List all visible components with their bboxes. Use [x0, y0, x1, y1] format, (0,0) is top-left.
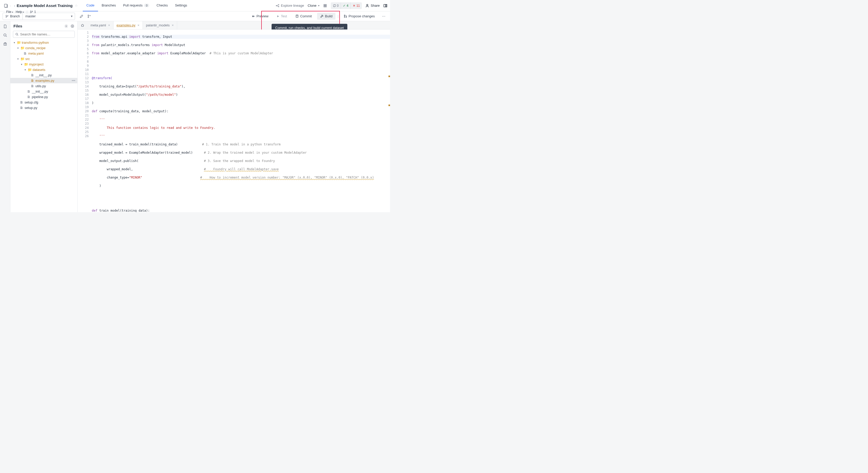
svg-point-13: [88, 17, 89, 18]
svg-point-1: [31, 10, 31, 11]
add-icon[interactable]: [71, 24, 74, 28]
svg-point-10: [6, 17, 7, 17]
edit-icon[interactable]: [80, 14, 83, 18]
file-tree: ▾📁transforms-python ▾📁conda_recipe 🗎meta…: [10, 40, 78, 212]
file-menu[interactable]: File: [6, 10, 13, 14]
files-panel: Files ▾📁transforms-python ▾📁conda_recipe…: [10, 21, 78, 212]
tree-file[interactable]: 🗎setup.cfg: [10, 99, 78, 105]
panel-toggle-icon[interactable]: [383, 4, 388, 8]
svg-point-16: [344, 17, 345, 17]
svg-point-17: [346, 17, 347, 17]
svg-point-12: [88, 15, 89, 16]
chevron-down-icon: ▾: [318, 4, 319, 7]
commit-icon: [296, 14, 299, 18]
tree-folder[interactable]: ▾📁myproject: [10, 62, 78, 67]
branch-value: master: [23, 14, 71, 18]
svg-point-9: [6, 15, 7, 16]
status-box[interactable]: 0 ✓4 ✕ 11: [331, 2, 362, 9]
home-tab[interactable]: [78, 24, 87, 27]
tab-settings[interactable]: Settings: [172, 0, 191, 11]
share-button[interactable]: Share: [366, 4, 380, 7]
tree-file[interactable]: 🗎pipeline.py: [10, 94, 78, 99]
tree-file[interactable]: 🗎meta.yaml: [10, 51, 78, 56]
svg-point-5: [278, 4, 279, 5]
svg-point-4: [276, 5, 277, 6]
build-button[interactable]: Build: [317, 13, 336, 20]
more-icon[interactable]: ⋯: [380, 14, 388, 18]
tree-file-active[interactable]: 🗎examples.py•••: [10, 78, 78, 83]
search-icon[interactable]: [3, 33, 7, 37]
file-icon[interactable]: [3, 24, 7, 28]
tree-file[interactable]: 🗎utils.py: [10, 83, 78, 89]
svg-point-11: [7, 15, 8, 16]
chevron-down-icon: ▾: [71, 14, 75, 18]
close-icon[interactable]: ×: [172, 23, 174, 27]
tree-folder[interactable]: ▾📁transforms-python: [10, 40, 78, 45]
clone-button[interactable]: Clone ▾: [308, 4, 319, 7]
files-title: Files: [13, 24, 22, 28]
star-icon[interactable]: ☆: [75, 4, 78, 7]
tab-checks[interactable]: Checks: [153, 0, 171, 11]
tree-folder[interactable]: ▾📁datasets: [10, 67, 78, 72]
repo-title[interactable]: Example Model Asset Training: [17, 3, 73, 8]
commit-button[interactable]: Commit: [292, 13, 315, 20]
svg-point-20: [66, 26, 67, 27]
explore-lineage-button[interactable]: Explore lineage: [276, 4, 304, 7]
branch-selector[interactable]: Branch master ▾: [3, 13, 75, 20]
breadcrumb-chevron-icon: ›: [14, 4, 15, 8]
tree-file[interactable]: 🗎setup.py: [10, 105, 78, 111]
svg-point-2: [31, 12, 31, 13]
pr-count-badge: 0: [144, 4, 149, 7]
pull-request-icon: [344, 14, 347, 18]
left-rail: [0, 21, 10, 212]
close-icon[interactable]: ×: [137, 23, 140, 27]
editor-tab-active[interactable]: examples.py×: [114, 21, 143, 29]
gear-icon[interactable]: [64, 24, 68, 28]
fast-forward-icon: [252, 15, 255, 18]
tree-folder[interactable]: ▾📁src: [10, 56, 78, 62]
branch-count[interactable]: 1: [30, 10, 36, 14]
tab-pull-requests[interactable]: Pull requests 0: [120, 0, 153, 11]
search-icon: [15, 33, 19, 36]
tree-file[interactable]: 🗎__init__.py: [10, 72, 78, 78]
subbar: Branch master ▾ Preview Test Commit: [0, 11, 390, 21]
editor: meta.yaml× examples.py× palantir_models×…: [78, 21, 390, 212]
code-content[interactable]: from transforms.api import transform, In…: [92, 29, 390, 212]
repo-icon: [4, 3, 8, 8]
test-button[interactable]: Test: [274, 13, 290, 20]
error-status[interactable]: ✕ 11: [351, 2, 362, 9]
repo-breadcrumb: · › Example Model Asset Training ☆: [3, 3, 79, 8]
file-search-input[interactable]: [13, 31, 75, 38]
tab-branches[interactable]: Branches: [98, 0, 120, 11]
editor-tab[interactable]: meta.yaml×: [87, 21, 114, 29]
hammer-icon: [320, 14, 323, 18]
overview-ruler: [388, 29, 390, 212]
help-menu[interactable]: Help: [16, 10, 24, 14]
preview-button[interactable]: Preview: [249, 13, 272, 20]
tree-file[interactable]: 🗎__init__.py: [10, 89, 78, 94]
svg-point-22: [16, 33, 18, 35]
svg-point-15: [344, 15, 345, 16]
more-icon[interactable]: •••: [72, 79, 75, 83]
editor-tab[interactable]: palantir_models×: [143, 21, 177, 29]
tab-code[interactable]: Code: [83, 0, 98, 11]
branch-icon: [5, 15, 8, 18]
svg-rect-0: [4, 4, 7, 7]
propose-changes-button[interactable]: Propose changes: [341, 13, 378, 20]
package-icon[interactable]: [3, 42, 7, 46]
svg-point-6: [278, 6, 279, 7]
svg-rect-8: [384, 4, 387, 7]
code-area[interactable]: 1234567891011121314151617181920212223242…: [78, 29, 390, 212]
svg-point-18: [4, 34, 6, 36]
new-branch-icon[interactable]: [87, 14, 91, 18]
sync-status[interactable]: 0: [331, 2, 341, 9]
breadcrumb-sep: ·: [10, 4, 11, 8]
header: · › Example Model Asset Training ☆ File …: [0, 0, 390, 11]
svg-point-7: [367, 4, 368, 5]
close-icon[interactable]: ×: [108, 23, 110, 27]
svg-point-3: [32, 11, 33, 12]
tree-folder[interactable]: ▾📁conda_recipe: [10, 45, 78, 51]
keyboard-icon[interactable]: [323, 4, 327, 8]
ok-status[interactable]: ✓4: [341, 2, 351, 9]
line-gutter: 1234567891011121314151617181920212223242…: [78, 29, 92, 212]
